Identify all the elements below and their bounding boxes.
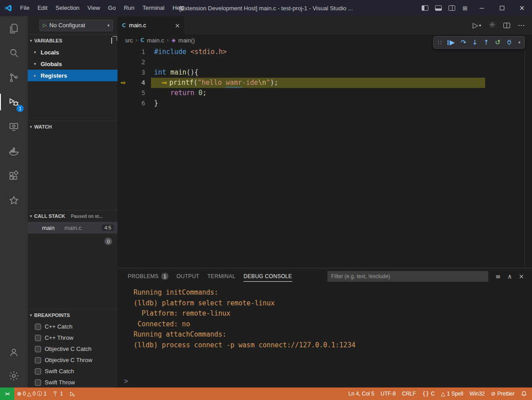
maximize-panel-icon[interactable]: ∧ bbox=[507, 273, 512, 280]
status-cursor-position[interactable]: Ln 4, Col 5 bbox=[345, 388, 377, 400]
start-debug-icon[interactable]: ▷ bbox=[43, 22, 46, 28]
disconnect-button[interactable] bbox=[506, 39, 512, 46]
tab-main-c[interactable]: C main.c × bbox=[117, 16, 184, 34]
breakpoint-gutter[interactable] bbox=[117, 57, 129, 67]
step-out-button[interactable]: ↑ bbox=[483, 38, 489, 46]
checkbox[interactable] bbox=[35, 368, 41, 375]
breadcrumb-src[interactable]: src bbox=[125, 37, 133, 44]
line-content: #include <stdio.h> bbox=[145, 47, 227, 57]
copy-icon[interactable] bbox=[111, 38, 114, 43]
breakpoint-objective-c-catch[interactable]: Objective C Catch bbox=[28, 343, 117, 354]
remote-explorer-icon[interactable] bbox=[0, 114, 28, 139]
breakpoints-header[interactable]: ▾ BREAKPOINTS bbox=[28, 309, 117, 321]
restart-button[interactable]: ↺ bbox=[495, 38, 501, 46]
continue-button[interactable]: ▶ bbox=[448, 38, 455, 46]
checkbox[interactable] bbox=[35, 335, 41, 341]
menu-edit[interactable]: Edit bbox=[34, 0, 51, 16]
checkbox[interactable] bbox=[35, 324, 41, 330]
problems-indicator[interactable]: ⊗ 0 △ 0 ⓘ 1 bbox=[14, 390, 49, 398]
more-actions-icon[interactable]: ⋯ bbox=[518, 21, 525, 29]
menu-go[interactable]: Go bbox=[104, 0, 120, 16]
source-control-icon[interactable] bbox=[0, 65, 28, 90]
panel-tab-problems[interactable]: PROBLEMS1 bbox=[124, 268, 172, 284]
breakpoint-gutter[interactable] bbox=[117, 88, 129, 98]
menu-terminal[interactable]: Terminal bbox=[138, 0, 168, 16]
close-icon[interactable]: × bbox=[175, 22, 180, 29]
breakpoint-c-catch[interactable]: C++ Catch bbox=[28, 321, 117, 332]
status-language-mode[interactable]: {}C bbox=[419, 388, 438, 400]
status-formatter[interactable]: ⊘Prettier bbox=[488, 388, 518, 400]
breakpoint-gutter[interactable] bbox=[117, 67, 129, 78]
settings-gear-icon[interactable] bbox=[0, 364, 28, 388]
debug-quick-access[interactable] bbox=[66, 388, 78, 400]
menu-file[interactable]: File bbox=[16, 0, 34, 16]
scrollbar[interactable] bbox=[524, 46, 525, 268]
breadcrumb-file[interactable]: main.c bbox=[147, 37, 164, 44]
account-icon[interactable] bbox=[0, 340, 28, 364]
extensions-icon[interactable] bbox=[0, 163, 28, 188]
toggle-secondary-sidebar-icon[interactable] bbox=[445, 0, 458, 16]
menu-view[interactable]: View bbox=[84, 0, 104, 16]
variables-item-registers[interactable]: ▸Registers bbox=[28, 70, 117, 81]
stack-frame-row[interactable]: main main.c 4:5 bbox=[28, 222, 117, 233]
variables-item-locals[interactable]: ▾Locals bbox=[28, 46, 117, 58]
breakpoint-c-throw[interactable]: C++ Throw bbox=[28, 332, 117, 343]
breakpoint-swift-catch[interactable]: Swift Catch bbox=[28, 366, 117, 377]
variables-item-globals[interactable]: ▾Globals bbox=[28, 58, 117, 70]
toggle-sidebar-icon[interactable] bbox=[418, 0, 431, 16]
code-line-4: ⇨4 ⇨printf("hello wamr-ide\n"); bbox=[117, 78, 532, 88]
close-button[interactable]: × bbox=[512, 0, 532, 16]
close-panel-icon[interactable]: × bbox=[519, 273, 524, 280]
docker-icon[interactable] bbox=[0, 139, 28, 163]
run-and-debug-icon[interactable]: 1 bbox=[0, 90, 28, 114]
menu-run[interactable]: Run bbox=[120, 0, 138, 16]
debug-sidebar: ▷ No Configurat ▾ ▾ VARIABLES ▾Locals▾Gl… bbox=[28, 16, 117, 388]
call-stack-header[interactable]: ▾ CALL STACK Paused on st... bbox=[28, 210, 117, 222]
breakpoint-gutter[interactable] bbox=[117, 98, 129, 108]
customize-layout-icon[interactable]: ⊞ bbox=[458, 0, 472, 16]
status-platform[interactable]: Win32 bbox=[466, 388, 488, 400]
chevron-down-icon: ▾ bbox=[479, 23, 481, 28]
chevron-right-icon: ▸ bbox=[34, 73, 38, 78]
run-file-button[interactable]: ▷ ▾ bbox=[473, 21, 481, 29]
panel-tab-output[interactable]: OUTPUT bbox=[172, 268, 203, 284]
gear-icon[interactable] bbox=[489, 21, 496, 30]
step-into-button[interactable]: ↓ bbox=[472, 38, 478, 46]
tree-item-label: Locals bbox=[41, 49, 59, 56]
menu-selection[interactable]: Selection bbox=[51, 0, 83, 16]
breakpoint-objective-c-throw[interactable]: Objective C Throw bbox=[28, 354, 117, 366]
checkbox[interactable] bbox=[35, 357, 41, 363]
search-icon[interactable] bbox=[0, 41, 28, 65]
status-encoding[interactable]: UTF-8 bbox=[377, 388, 399, 400]
code-editor[interactable]: 1#include <stdio.h>23int main(){⇨4 ⇨prin… bbox=[117, 46, 532, 268]
favorites-star-icon[interactable] bbox=[0, 188, 28, 212]
console-filter-input[interactable] bbox=[327, 271, 488, 282]
drag-handle-button[interactable]: ∷ bbox=[438, 39, 441, 46]
status-eol[interactable]: CRLF bbox=[399, 388, 419, 400]
status-spell-status[interactable]: △1 Spell bbox=[438, 388, 466, 400]
remote-indicator[interactable]: >< bbox=[0, 388, 14, 400]
minimize-button[interactable] bbox=[472, 0, 492, 16]
panel-tab-debug-console[interactable]: DEBUG CONSOLE bbox=[239, 268, 296, 284]
toggle-panel-icon[interactable] bbox=[431, 0, 445, 16]
variables-header[interactable]: ▾ VARIABLES bbox=[28, 35, 117, 46]
split-editor-icon[interactable] bbox=[503, 23, 510, 28]
launch-config-dropdown[interactable]: ▷ No Configurat ▾ bbox=[39, 20, 113, 31]
breakpoint-swift-throw[interactable]: Swift Throw bbox=[28, 377, 117, 388]
breadcrumb-symbol[interactable]: main() bbox=[178, 37, 195, 44]
chevron-down-icon[interactable]: ▾ bbox=[518, 40, 520, 45]
explorer-icon[interactable] bbox=[0, 16, 28, 41]
checkbox[interactable] bbox=[35, 346, 41, 352]
maximize-button[interactable] bbox=[492, 0, 512, 16]
panel-tab-terminal[interactable]: TERMINAL bbox=[203, 268, 239, 284]
breakpoint-gutter[interactable] bbox=[117, 47, 129, 57]
ports-indicator[interactable]: 1 bbox=[49, 388, 66, 400]
checkbox[interactable] bbox=[35, 379, 41, 386]
debug-arrow-icon[interactable]: ⇨ bbox=[117, 78, 129, 88]
bell-icon[interactable] bbox=[518, 388, 530, 400]
console-input-prompt[interactable]: > bbox=[124, 377, 128, 385]
step-over-button[interactable]: ↷ bbox=[461, 38, 466, 46]
filter-lines-icon[interactable]: ≡ bbox=[495, 273, 501, 280]
status-label: C bbox=[431, 391, 435, 397]
watch-header[interactable]: ▾ WATCH bbox=[28, 121, 117, 133]
